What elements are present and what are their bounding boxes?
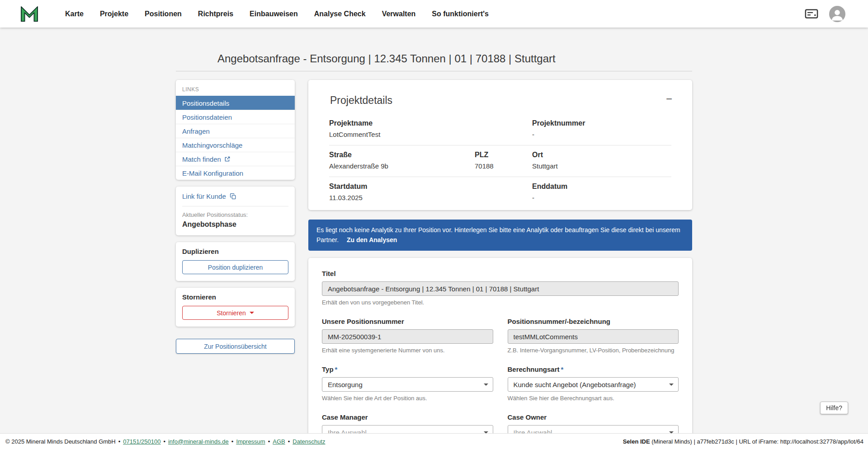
- select-value: Kunde sucht Angebot (Angebotsanfrage): [514, 381, 636, 388]
- project-field-projektname: Projektname LotCommentTest: [329, 119, 532, 138]
- analytics-alert: Es liegt noch keine Analytik zu Ihrer Po…: [308, 220, 692, 251]
- field-value: -: [532, 131, 671, 138]
- label-text: Case Manager: [322, 413, 368, 421]
- field-label: Projektname: [329, 119, 532, 127]
- nav-item-verwalten[interactable]: Verwalten: [382, 10, 416, 18]
- label-text: Typ: [322, 365, 334, 373]
- berechnungsart-helper: Wählen Sie hier die Berechnungsart aus.: [508, 395, 679, 402]
- nav-right-actions: [805, 6, 845, 22]
- field-value: Stuttgart: [532, 162, 671, 170]
- footer-impressum-link[interactable]: Impressum: [236, 438, 265, 445]
- berechnungsart-label: Berechnungsart *: [508, 365, 679, 373]
- position-overview-button[interactable]: Zur Positionsübersicht: [176, 339, 295, 354]
- project-row: Startdatum 11.03.2025 Enddatum -: [329, 177, 671, 208]
- position-status-label: Aktueller Positionsstatus:: [182, 211, 288, 218]
- form-field-positionsnummer: Unsere Positionsnummer Erhält eine syste…: [322, 318, 493, 354]
- typ-select[interactable]: Entsorgung: [322, 377, 493, 392]
- duplicate-button-label: Position duplizieren: [208, 264, 263, 271]
- field-label: Projektnummer: [532, 119, 671, 127]
- field-value: 70188: [475, 162, 532, 170]
- project-details-card: Projektdetails − Projektname LotCommentT…: [308, 80, 692, 210]
- project-row: Projektname LotCommentTest Projektnummer…: [329, 114, 671, 145]
- device-icon[interactable]: [805, 9, 818, 19]
- nav-item-positionen[interactable]: Positionen: [145, 10, 182, 18]
- customer-link-card: Link für Kunde Aktueller Positionsstatus…: [176, 187, 295, 235]
- field-label: Straße: [329, 151, 475, 159]
- field-label: PLZ: [475, 151, 532, 159]
- sidebar-item-positionsdetails[interactable]: Positionsdetails: [176, 96, 295, 110]
- page-title: Angebotsanfrage - Entsorgung | 12.345 To…: [217, 52, 692, 65]
- case-owner-label: Case Owner: [508, 413, 679, 421]
- footer-ide-name: Selen IDE: [623, 438, 650, 445]
- positionsnummer-input: [322, 329, 493, 344]
- bezeichnung-label: Positionsnummer/-bezeichnung: [508, 318, 679, 325]
- project-field-strasse: Straße Alexanderstraße 9b: [329, 151, 475, 170]
- berechnungsart-select[interactable]: Kunde sucht Angebot (Angebotsanfrage): [508, 377, 679, 392]
- typ-helper: Wählen Sie hier die Art der Position aus…: [322, 395, 493, 402]
- footer-agb-link[interactable]: AGB: [273, 438, 285, 445]
- mineral-minds-logo[interactable]: [20, 5, 39, 23]
- positionsnummer-helper: Erhält eine systemgenerierte Nummer von …: [322, 347, 493, 354]
- footer-phone-link[interactable]: 07151/250100: [123, 438, 160, 445]
- footer-datenschutz-link[interactable]: Datenschutz: [292, 438, 325, 445]
- footer-copyright: © 2025 Mineral Minds Deutschland GmbH: [5, 438, 116, 445]
- label-text: Titel: [322, 270, 336, 277]
- sidebar-item-positionsdateien[interactable]: Positionsdateien: [176, 110, 295, 124]
- sidebar-item-label: Match finden: [182, 155, 221, 163]
- sidebar-item-label: Anfragen: [182, 127, 210, 135]
- sidebar-item-matchingvorschlaege[interactable]: Matchingvorschläge: [176, 138, 295, 152]
- form-field-bezeichnung: Positionsnummer/-bezeichnung Z.B. Intern…: [508, 318, 679, 354]
- sidebar-item-match-finden[interactable]: Match finden: [176, 152, 295, 166]
- duplicate-header: Duplizieren: [182, 248, 288, 255]
- project-field-plz: PLZ 70188: [475, 151, 532, 170]
- position-status-value: Angebotsphase: [182, 220, 288, 229]
- project-field-startdatum: Startdatum 11.03.2025: [329, 182, 532, 201]
- sidebar-links-card: LINKS Positionsdetails Positionsdateien …: [176, 80, 295, 180]
- sidebar-item-anfragen[interactable]: Anfragen: [176, 124, 295, 138]
- main-content: Projektdetails − Projektname LotCommentT…: [308, 80, 692, 449]
- project-row: Straße Alexanderstraße 9b PLZ 70188 Ort …: [329, 145, 671, 177]
- links-header: LINKS: [176, 83, 295, 96]
- nav-item-karte[interactable]: Karte: [65, 10, 84, 18]
- nav-item-richtpreis[interactable]: Richtpreis: [198, 10, 233, 18]
- cancel-card: Stornieren Stornieren: [176, 288, 295, 327]
- chevron-down-icon: [250, 312, 254, 314]
- titel-input: [322, 281, 679, 296]
- sidebar-item-email-konfiguration[interactable]: E-Mail Konfiguration: [176, 166, 295, 180]
- footer-separator: •: [288, 438, 290, 445]
- form-field-berechnungsart: Berechnungsart * Kunde sucht Angebot (An…: [508, 365, 679, 402]
- positionsnummer-label: Unsere Positionsnummer: [322, 318, 493, 325]
- cancel-position-button[interactable]: Stornieren: [182, 306, 288, 320]
- nav-item-projekte[interactable]: Projekte: [100, 10, 128, 18]
- select-value: Entsorgung: [328, 381, 363, 388]
- customer-link[interactable]: Link für Kunde: [182, 192, 288, 206]
- field-label: Ort: [532, 151, 671, 159]
- bezeichnung-input[interactable]: [508, 329, 679, 344]
- sidebar-item-label: Positionsdateien: [182, 113, 232, 121]
- collapse-icon[interactable]: −: [666, 94, 672, 104]
- customer-link-label: Link für Kunde: [182, 192, 226, 200]
- cancel-button-label: Stornieren: [217, 309, 246, 317]
- external-link-icon: [224, 156, 231, 162]
- copy-icon: [230, 193, 236, 200]
- account-avatar[interactable]: [829, 6, 845, 22]
- nav-item-einbauweisen[interactable]: Einbauweisen: [250, 10, 298, 18]
- titel-helper: Erhält den von uns vorgegebenen Titel.: [322, 299, 679, 306]
- page-container: Angebotsanfrage - Entsorgung | 12.345 To…: [176, 52, 692, 449]
- footer-separator: •: [231, 438, 234, 445]
- label-text: Positionsnummer/-bezeichnung: [508, 318, 611, 325]
- help-button[interactable]: Hilfe?: [820, 402, 848, 414]
- nav-item-analyse-check[interactable]: Analyse Check: [314, 10, 366, 18]
- field-label: Startdatum: [329, 182, 532, 191]
- title-divider: [176, 71, 692, 71]
- nav-item-so-funktionierts[interactable]: So funktioniert's: [432, 10, 489, 18]
- position-form-card: Titel Erhält den von uns vorgegebenen Ti…: [308, 258, 692, 449]
- required-asterisk: *: [335, 365, 338, 373]
- project-field-projektnummer: Projektnummer -: [532, 119, 671, 138]
- footer-email-link[interactable]: info@mineral-minds.de: [168, 438, 229, 445]
- form-field-typ: Typ * Entsorgung Wählen Sie hier die Art…: [322, 365, 493, 402]
- footer-left: © 2025 Mineral Minds Deutschland GmbH • …: [5, 438, 326, 445]
- duplicate-position-button[interactable]: Position duplizieren: [182, 260, 288, 274]
- label-text: Berechnungsart: [508, 365, 560, 373]
- alert-analyses-link[interactable]: Zu den Analysen: [347, 236, 397, 243]
